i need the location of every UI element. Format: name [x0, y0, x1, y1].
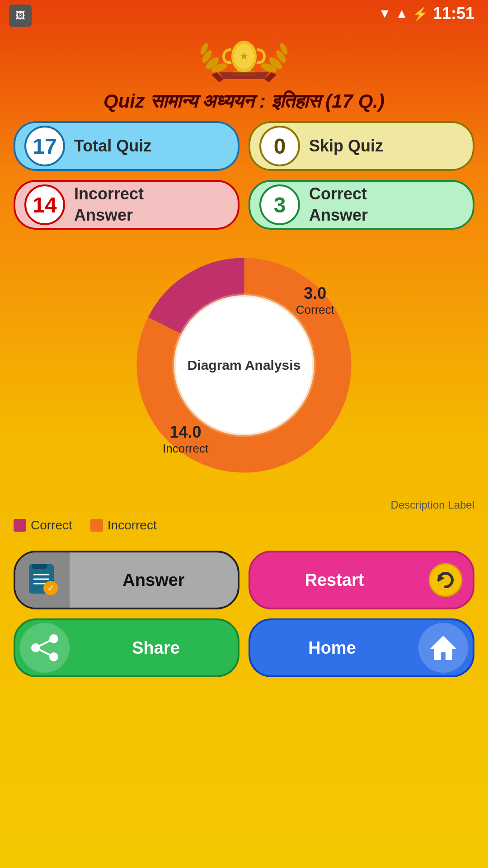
- screenshot-icon: 🖼: [9, 5, 32, 27]
- home-icon-area: [418, 623, 468, 673]
- total-quiz-card: 17 Total Quiz: [14, 121, 239, 171]
- battery-icon: ⚡: [413, 6, 428, 21]
- bottom-buttons: ✓ Answer Restart Share: [0, 542, 488, 695]
- answer-button-label: Answer: [70, 571, 238, 590]
- trophy-icon: ★ ★ ★: [194, 32, 294, 86]
- share-icon-area: [20, 623, 70, 673]
- skip-quiz-card: 0 Skip Quiz: [249, 121, 474, 171]
- svg-line-32: [36, 639, 54, 648]
- chart-incorrect-label: 14.0 Incorrect: [163, 423, 208, 456]
- status-bar: ▼ ▲ ⚡ 11:51: [0, 0, 488, 27]
- answer-button[interactable]: ✓ Answer: [14, 551, 239, 609]
- signal-icon: ▲: [395, 6, 408, 21]
- description-label: Description Label: [0, 496, 488, 514]
- trophy-area: ★ ★ ★: [0, 27, 488, 86]
- total-quiz-label: Total Quiz: [74, 136, 151, 157]
- legend-correct: Correct: [14, 518, 72, 533]
- svg-text:✓: ✓: [47, 583, 55, 593]
- share-button-label: Share: [74, 638, 238, 658]
- chart-correct-label: 3.0 Correct: [296, 284, 334, 317]
- incorrect-answer-card: 14 Incorrect Answer: [14, 180, 239, 230]
- legend: Correct Incorrect: [0, 514, 488, 542]
- svg-rect-21: [32, 564, 47, 569]
- legend-incorrect-label: Incorrect: [108, 518, 157, 533]
- svg-marker-34: [430, 636, 457, 660]
- svg-text:★: ★: [239, 50, 249, 62]
- status-time: 11:51: [433, 4, 474, 23]
- svg-line-33: [36, 648, 54, 657]
- legend-incorrect-dot: [90, 519, 103, 532]
- quiz-title: Quiz सामान्य अध्ययन : इतिहास (17 Q.): [0, 86, 488, 121]
- svg-point-27: [429, 564, 462, 596]
- restart-button-label: Restart: [250, 571, 418, 590]
- total-quiz-bubble: 17: [24, 126, 65, 166]
- home-button[interactable]: Home: [249, 618, 474, 677]
- skip-quiz-bubble: 0: [259, 126, 300, 166]
- incorrect-answer-bubble: 14: [24, 184, 65, 225]
- restart-icon-area: [418, 552, 473, 608]
- donut-wrapper: Diagram Analysis 3.0 Correct 14.0 Incorr…: [127, 248, 361, 483]
- chart-center-text: Diagram Analysis: [188, 358, 301, 373]
- legend-correct-dot: [14, 519, 26, 532]
- incorrect-answer-label: Incorrect Answer: [74, 184, 144, 226]
- restart-button[interactable]: Restart: [249, 551, 474, 609]
- home-button-label: Home: [250, 638, 414, 658]
- share-button[interactable]: Share: [14, 618, 239, 677]
- correct-answer-bubble: 3: [259, 184, 300, 225]
- correct-answer-card: 3 Correct Answer: [249, 180, 474, 230]
- legend-correct-label: Correct: [31, 518, 72, 533]
- stats-grid: 17 Total Quiz 0 Skip Quiz 14 Incorrect A…: [0, 121, 488, 230]
- chart-container: Diagram Analysis 3.0 Correct 14.0 Incorr…: [0, 239, 488, 492]
- legend-incorrect: Incorrect: [90, 518, 157, 533]
- skip-quiz-label: Skip Quiz: [309, 136, 383, 157]
- answer-icon-area: ✓: [15, 552, 70, 608]
- wifi-icon: ▼: [378, 6, 391, 21]
- correct-answer-label: Correct Answer: [309, 184, 368, 226]
